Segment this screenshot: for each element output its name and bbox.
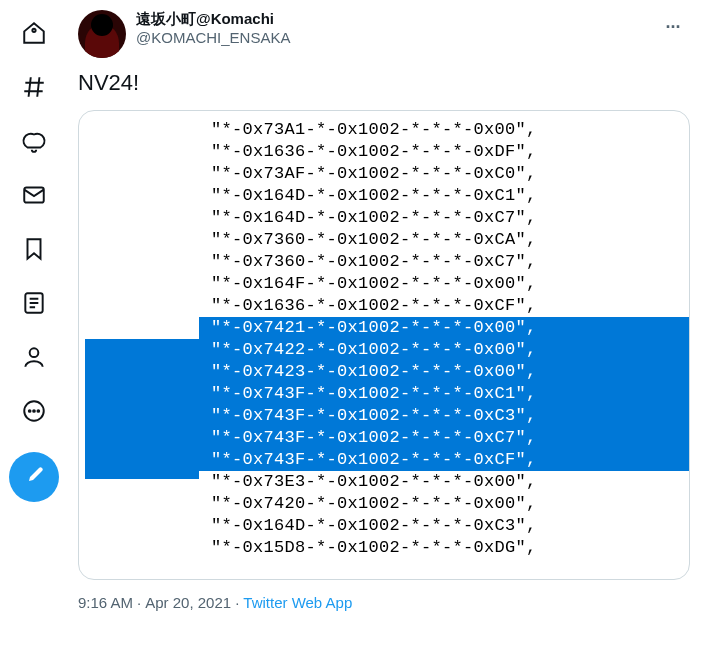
svg-point-5 (33, 410, 35, 412)
svg-point-2 (30, 348, 39, 357)
lists-icon[interactable] (9, 278, 59, 328)
code-line: "*-0x164D-*-0x1002-*-*-*-0xC7", (211, 207, 537, 229)
code-line: "*-0x1636-*-0x1002-*-*-*-0xDF", (211, 141, 537, 163)
code-line: "*-0x743F-*-0x1002-*-*-*-0xCF", (211, 449, 537, 471)
explore-icon[interactable] (9, 62, 59, 112)
code-line: "*-0x743F-*-0x1002-*-*-*-0xC1", (211, 383, 537, 405)
media-image[interactable]: "*-0x73A1-*-0x1002-*-*-*-0x00","*-0x1636… (78, 110, 690, 580)
sidebar (0, 0, 68, 663)
date: Apr 20, 2021 (145, 594, 231, 611)
more-button[interactable]: ··· (656, 10, 690, 44)
code-line: "*-0x7420-*-0x1002-*-*-*-0x00", (211, 493, 537, 515)
tweet-source[interactable]: Twitter Web App (243, 594, 352, 611)
home-icon[interactable] (9, 8, 59, 58)
code-line: "*-0x73E3-*-0x1002-*-*-*-0x00", (211, 471, 537, 493)
code-line: "*-0x7360-*-0x1002-*-*-*-0xCA", (211, 229, 537, 251)
tweet-container: ··· 遠坂小町@Komachi @KOMACHI_ENSAKA NV24! "… (68, 0, 708, 663)
author-block[interactable]: 遠坂小町@Komachi @KOMACHI_ENSAKA (136, 10, 690, 58)
tweet-body: NV24! "*-0x73A1-*-0x1002-*-*-*-0x00","*-… (78, 70, 690, 611)
tweet-text: NV24! (78, 70, 690, 96)
code-line: "*-0x164D-*-0x1002-*-*-*-0xC3", (211, 515, 537, 537)
bookmarks-icon[interactable] (9, 224, 59, 274)
handle: @KOMACHI_ENSAKA (136, 29, 690, 46)
code-line: "*-0x15D8-*-0x1002-*-*-*-0xDG", (211, 537, 537, 559)
code-line: "*-0x1636-*-0x1002-*-*-*-0xCF", (211, 295, 537, 317)
tweet-meta: 9:16 AM·Apr 20, 2021·Twitter Web App (78, 594, 690, 611)
code-line: "*-0x73A1-*-0x1002-*-*-*-0x00", (211, 119, 537, 141)
code-line: "*-0x164F-*-0x1002-*-*-*-0x00", (211, 273, 537, 295)
code-line: "*-0x7423-*-0x1002-*-*-*-0x00", (211, 361, 537, 383)
code-line: "*-0x743F-*-0x1002-*-*-*-0xC3", (211, 405, 537, 427)
code-line: "*-0x7422-*-0x1002-*-*-*-0x00", (211, 339, 537, 361)
tweet-header: 遠坂小町@Komachi @KOMACHI_ENSAKA (78, 10, 690, 58)
code-line: "*-0x7421-*-0x1002-*-*-*-0x00", (211, 317, 537, 339)
display-name: 遠坂小町@Komachi (136, 10, 690, 29)
code-line: "*-0x73AF-*-0x1002-*-*-*-0xC0", (211, 163, 537, 185)
svg-point-4 (29, 410, 31, 412)
timestamp: 9:16 AM (78, 594, 133, 611)
more-icon[interactable] (9, 386, 59, 436)
avatar[interactable] (78, 10, 126, 58)
profile-icon[interactable] (9, 332, 59, 382)
compose-button[interactable] (9, 452, 59, 502)
messages-icon[interactable] (9, 170, 59, 220)
code-line: "*-0x7360-*-0x1002-*-*-*-0xC7", (211, 251, 537, 273)
code-line: "*-0x743F-*-0x1002-*-*-*-0xC7", (211, 427, 537, 449)
svg-point-6 (37, 410, 39, 412)
code-canvas: "*-0x73A1-*-0x1002-*-*-*-0x00","*-0x1636… (79, 111, 689, 579)
notifications-icon[interactable] (9, 116, 59, 166)
code-line: "*-0x164D-*-0x1002-*-*-*-0xC1", (211, 185, 537, 207)
